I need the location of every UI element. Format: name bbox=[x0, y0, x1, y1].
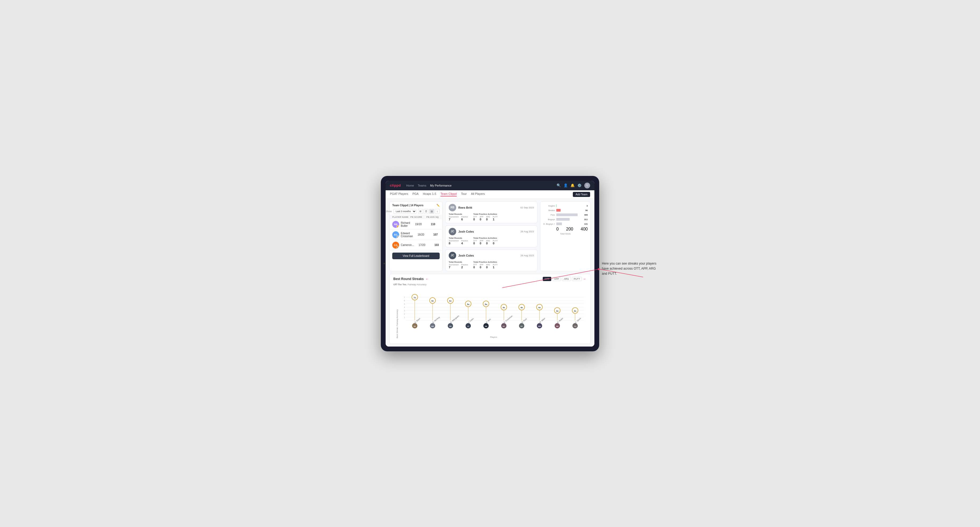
y-tick: 7 bbox=[404, 296, 405, 298]
bar bbox=[556, 209, 561, 211]
y-tick: 3 bbox=[404, 310, 405, 311]
stat-label: PUTT bbox=[493, 216, 498, 218]
bell-icon[interactable]: 🔔 bbox=[570, 183, 575, 187]
table-header: PLAYER NAME PB SCORE PB AVG SQ bbox=[390, 215, 442, 219]
search-icon[interactable]: 🔍 bbox=[557, 183, 561, 187]
player-row[interactable]: EC 2 Edward Crossman 18/20 107 bbox=[390, 230, 442, 240]
annotation-text: Here you can see streaks your players ha… bbox=[602, 261, 660, 276]
filter-arg[interactable]: ARG bbox=[562, 277, 571, 281]
player-card-2: JC Josh Coles 26 Aug 2023 Total Rounds bbox=[445, 225, 538, 247]
bar-label: Pars bbox=[543, 214, 555, 216]
edit-icon[interactable]: ✏️ bbox=[436, 204, 440, 207]
stat-value: 4 bbox=[461, 242, 468, 245]
ott-stat: OTT 0 bbox=[473, 216, 477, 221]
nav-my-performance[interactable]: My Performance bbox=[430, 184, 452, 187]
subnav-all-players[interactable]: All Players bbox=[471, 192, 485, 197]
nav-home[interactable]: Home bbox=[406, 184, 414, 187]
bar bbox=[556, 205, 557, 207]
stat-total-rounds: Total Rounds Tournament 8 Practice 4 bbox=[449, 237, 468, 245]
player-name-label: B. McHerg bbox=[432, 316, 440, 323]
player-row[interactable]: CA 3 Cameron... 17/20 103 bbox=[390, 240, 442, 251]
stat-total-rounds: Total Rounds Tournament 7 Practice 6 bbox=[449, 213, 468, 221]
stat-value: 0 bbox=[493, 242, 498, 245]
stat-value: 7 bbox=[449, 218, 458, 221]
stat-group-title: Total Rounds bbox=[449, 261, 468, 263]
player-info: RB 1 Richard Butler bbox=[392, 221, 410, 228]
stat-label: APP bbox=[480, 264, 483, 266]
bar-container bbox=[556, 213, 582, 217]
view-icons: ⊞ ☰ ▤ ↕ bbox=[418, 209, 440, 214]
stat-practice-activities: Total Practice Activities OTT 0 APP 0 bbox=[473, 261, 498, 269]
streak-badge-text: 4x bbox=[520, 306, 523, 309]
rank-badge: 3 bbox=[396, 246, 399, 249]
filter-app[interactable]: APP bbox=[552, 277, 561, 281]
subnav-hcaps[interactable]: Hcaps 1-5 bbox=[423, 192, 436, 197]
stat-label: ARG bbox=[486, 216, 490, 218]
stat-label: APP bbox=[480, 216, 483, 218]
streak-badge-text: 3x bbox=[556, 310, 558, 312]
sub-nav: PGAT Players PGA Hcaps 1-5 Team Clippd T… bbox=[386, 190, 594, 199]
subnav-tour[interactable]: Tour bbox=[461, 192, 466, 197]
add-team-button[interactable]: Add Team bbox=[573, 192, 590, 197]
x-label-0: 0 bbox=[556, 227, 559, 232]
player-row[interactable]: RB 1 Richard Butler 19/20 110 bbox=[390, 219, 442, 230]
time-filter-select[interactable]: Last 3 months bbox=[393, 209, 417, 214]
putt-stat: PUTT 1 bbox=[493, 216, 498, 221]
player-name: Richard Butler bbox=[401, 221, 410, 227]
filter-putt[interactable]: PUTT bbox=[572, 277, 582, 281]
bar-row: Birdies96 bbox=[543, 209, 588, 212]
bar-value: 3 bbox=[587, 205, 588, 207]
detail-view-btn[interactable]: ▤ bbox=[429, 209, 434, 214]
subnav-pga[interactable]: PGA bbox=[412, 192, 418, 197]
bar-label: Bogeys bbox=[543, 218, 555, 221]
stat-row: Tournament 7 Practice 2 bbox=[449, 264, 468, 269]
list-view-btn[interactable]: ☰ bbox=[424, 209, 428, 214]
stat-label: OTT bbox=[473, 264, 477, 266]
grid-view-btn[interactable]: ⊞ bbox=[418, 209, 423, 214]
stat-group-title: Total Rounds bbox=[449, 237, 468, 239]
settings-icon[interactable]: ⚙️ bbox=[578, 183, 582, 187]
main-content: Team Clippd | 14 Players ✏️ Show Last 3 … bbox=[386, 199, 594, 346]
show-label: Show bbox=[386, 210, 392, 213]
nav-teams[interactable]: Teams bbox=[418, 184, 426, 187]
stat-group-title: Total Practice Activities bbox=[473, 213, 498, 215]
chart-subtitle: Off The Tee, Fairway Accuracy bbox=[393, 283, 587, 286]
card-header: RB Rees Britt 02 Sep 2023 bbox=[449, 204, 534, 211]
card-name: Rees Britt bbox=[458, 206, 472, 209]
card-avatar: JC bbox=[449, 252, 456, 259]
team-header: Team Clippd | 14 Players ✏️ bbox=[390, 202, 442, 208]
pb-score: 17/20 bbox=[414, 243, 430, 246]
card-date: 26 Aug 2023 bbox=[520, 230, 534, 233]
arg-stat: ARG 0 bbox=[486, 240, 490, 245]
view-leaderboard-button[interactable]: View Full Leaderboard bbox=[392, 252, 440, 259]
stat-label: Tournament bbox=[449, 240, 458, 242]
stat-label: ARG bbox=[486, 264, 490, 266]
stat-label: APP bbox=[480, 240, 483, 242]
stat-value: 0 bbox=[473, 242, 477, 245]
bar-container bbox=[556, 205, 584, 208]
user-avatar[interactable]: U bbox=[584, 183, 590, 189]
nav-bar: clippd Home Teams My Performance 🔍 👤 🔔 ⚙… bbox=[386, 181, 594, 190]
player-card-3: JC Josh Coles 26 Aug 2023 Total Rounds bbox=[445, 249, 538, 271]
card-name: Josh Coles bbox=[458, 254, 474, 257]
filter-ott[interactable]: OTT bbox=[543, 277, 551, 281]
show-bar: Show Last 3 months ⊞ ☰ ▤ ↕ bbox=[390, 208, 442, 215]
user-icon[interactable]: 👤 bbox=[563, 183, 568, 187]
x-label-200: 200 bbox=[566, 227, 573, 232]
bar-row: D. Bogeys +131 bbox=[543, 222, 588, 226]
subtitle-main: Off The Tee bbox=[393, 283, 406, 286]
bar-row: Pars499 bbox=[543, 213, 588, 217]
card-date: 26 Aug 2023 bbox=[520, 254, 534, 257]
rank-badge: 2 bbox=[396, 236, 399, 238]
stat-label: Practice bbox=[461, 264, 468, 266]
col-pb-avg: PB AVG SQ bbox=[426, 216, 440, 218]
stat-value: 0 bbox=[486, 266, 490, 269]
bar bbox=[556, 222, 562, 225]
bar-value: 311 bbox=[584, 218, 588, 221]
nav-right: 🔍 👤 🔔 ⚙️ U bbox=[557, 183, 590, 189]
subnav-team-clippd[interactable]: Team Clippd bbox=[441, 192, 457, 197]
filter-buttons: OTT APP ARG PUTT ← bbox=[543, 277, 587, 281]
subnav-pgat[interactable]: PGAT Players bbox=[390, 192, 408, 197]
sort-btn[interactable]: ↕ bbox=[435, 209, 440, 214]
tournament-stat: Tournament 8 bbox=[449, 240, 458, 245]
